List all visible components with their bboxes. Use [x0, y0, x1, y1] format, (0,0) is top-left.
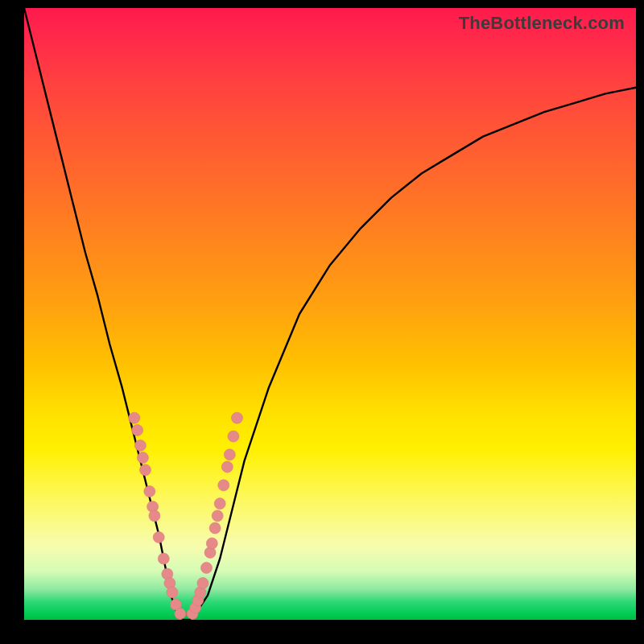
- cluster-point: [137, 452, 148, 464]
- cluster-point: [134, 440, 146, 451]
- cluster-point: [212, 510, 223, 522]
- right-point-cluster: [187, 412, 242, 619]
- bottleneck-curve: [24, 8, 636, 620]
- cluster-point: [218, 480, 229, 491]
- cluster-point: [231, 412, 242, 423]
- cluster-point: [139, 464, 151, 476]
- cluster-point: [132, 424, 143, 436]
- cluster-point: [153, 531, 164, 543]
- cluster-point: [167, 587, 178, 598]
- cluster-point: [228, 431, 239, 442]
- cluster-point: [200, 562, 212, 573]
- cluster-point: [149, 510, 160, 522]
- cluster-point: [175, 608, 186, 619]
- cluster-point: [209, 522, 221, 534]
- cluster-point: [214, 498, 225, 510]
- left-point-cluster: [129, 412, 186, 619]
- cluster-point: [129, 412, 140, 423]
- cluster-point: [144, 485, 155, 497]
- cluster-point: [197, 577, 208, 588]
- curve-svg: [24, 8, 636, 620]
- cluster-point: [221, 461, 233, 473]
- cluster-point: [158, 553, 169, 564]
- cluster-point: [206, 538, 217, 549]
- plot-area: TheBottleneck.com: [24, 8, 636, 620]
- chart-frame: TheBottleneck.com: [0, 0, 644, 644]
- cluster-point: [224, 449, 235, 460]
